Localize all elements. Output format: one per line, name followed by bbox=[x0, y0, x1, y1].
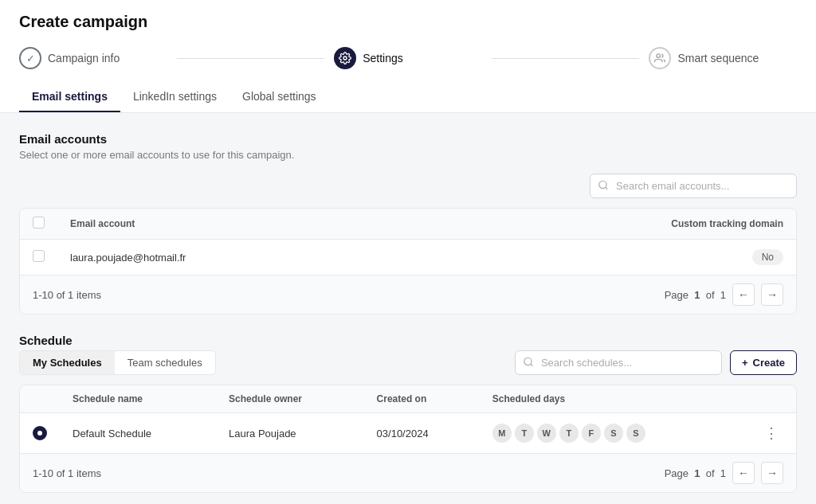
row-checkbox[interactable] bbox=[33, 250, 45, 262]
step-settings-label: Settings bbox=[363, 52, 403, 64]
schedule-owner-cell: Laura Poujade bbox=[216, 413, 364, 454]
day-badge-f: F bbox=[582, 424, 601, 443]
email-accounts-table: Email account Custom tracking domain lau… bbox=[20, 209, 796, 275]
email-accounts-pagination: 1-10 of 1 items Page 1 of 1 ← → bbox=[20, 275, 796, 314]
step-campaign-info-label: Campaign info bbox=[48, 52, 120, 64]
schedule-created-cell: 03/10/2024 bbox=[364, 413, 480, 454]
email-pagination-info: 1-10 of 1 items bbox=[33, 289, 101, 301]
email-accounts-title: Email accounts bbox=[19, 132, 797, 146]
email-pagination-nav: Page 1 of 1 ← → bbox=[665, 283, 783, 306]
schedule-search-icon bbox=[523, 356, 534, 369]
create-schedule-button[interactable]: + Create bbox=[730, 350, 797, 375]
day-badge-s2: S bbox=[626, 424, 645, 443]
select-all-checkbox[interactable] bbox=[33, 217, 45, 229]
schedule-actions: + Create bbox=[515, 350, 797, 375]
step-smart-sequence-icon bbox=[649, 47, 671, 69]
step-settings-icon bbox=[334, 47, 356, 69]
svg-line-3 bbox=[606, 187, 608, 189]
th-schedule-name: Schedule name bbox=[60, 385, 216, 413]
settings-tabs: Email settings LinkedIn settings Global … bbox=[19, 82, 797, 112]
th-created-on: Created on bbox=[364, 385, 480, 413]
svg-line-5 bbox=[531, 364, 533, 366]
steps-nav: ✓ Campaign info Settings bbox=[19, 47, 797, 69]
step-settings: Settings bbox=[334, 47, 482, 69]
tab-global-settings[interactable]: Global settings bbox=[230, 82, 329, 112]
schedule-header: My Schedules Team schedules + Create bbox=[19, 350, 797, 375]
th-custom-tracking: Custom tracking domain bbox=[432, 209, 796, 240]
schedule-table-wrap: Schedule name Schedule owner Created on … bbox=[19, 385, 797, 493]
th-scheduled-days: Scheduled days bbox=[480, 385, 747, 413]
email-search-icon bbox=[598, 179, 609, 193]
tab-linkedin-settings[interactable]: LinkedIn settings bbox=[120, 82, 230, 112]
schedule-pagination-info: 1-10 of 1 items bbox=[33, 467, 101, 479]
table-row: Default Schedule Laura Poujade 03/10/202… bbox=[20, 413, 796, 454]
day-badge-w: W bbox=[537, 424, 556, 443]
step-campaign-info: ✓ Campaign info bbox=[19, 47, 167, 69]
email-cell: laura.poujade@hotmail.fr bbox=[57, 240, 432, 275]
tab-my-schedules[interactable]: My Schedules bbox=[20, 351, 115, 374]
svg-point-2 bbox=[599, 181, 606, 188]
schedule-tab-group: My Schedules Team schedules bbox=[19, 350, 216, 375]
day-badge-s1: S bbox=[604, 424, 623, 443]
step-smart-sequence-label: Smart sequence bbox=[677, 52, 759, 64]
schedule-days: M T W T F S S bbox=[492, 424, 734, 443]
schedule-prev-page-btn[interactable]: ← bbox=[732, 462, 755, 484]
tab-team-schedules[interactable]: Team schedules bbox=[115, 351, 215, 374]
svg-point-4 bbox=[524, 357, 532, 365]
schedule-search-wrap bbox=[515, 350, 722, 375]
schedule-table: Schedule name Schedule owner Created on … bbox=[20, 385, 796, 453]
email-accounts-search-wrap bbox=[590, 174, 797, 198]
svg-point-0 bbox=[343, 57, 347, 60]
email-accounts-desc: Select one or more email accounts to use… bbox=[19, 149, 797, 161]
email-accounts-search-input[interactable] bbox=[590, 174, 797, 198]
day-badge-t2: T bbox=[559, 424, 579, 443]
step-campaign-info-icon: ✓ bbox=[19, 47, 41, 69]
step-divider-1 bbox=[177, 58, 325, 59]
schedule-title: Schedule bbox=[19, 334, 797, 347]
th-schedule-owner: Schedule owner bbox=[216, 385, 364, 413]
day-badge-m: M bbox=[492, 424, 512, 443]
schedule-section: Schedule My Schedules Team schedules + bbox=[19, 334, 797, 493]
table-row: laura.poujade@hotmail.fr No bbox=[20, 240, 796, 275]
th-email-account: Email account bbox=[57, 209, 432, 240]
step-divider-2 bbox=[492, 58, 640, 59]
schedule-name-cell: Default Schedule bbox=[60, 413, 216, 454]
schedule-page-label: Page 1 of 1 bbox=[665, 467, 726, 479]
schedule-pagination-nav: Page 1 of 1 ← → bbox=[665, 462, 783, 484]
main-content: Email accounts Select one or more email … bbox=[0, 113, 816, 504]
day-badge-t1: T bbox=[515, 424, 534, 443]
schedule-next-page-btn[interactable]: → bbox=[761, 462, 783, 484]
svg-point-1 bbox=[657, 54, 661, 58]
email-page-label: Page 1 of 1 bbox=[665, 289, 726, 301]
schedule-pagination: 1-10 of 1 items Page 1 of 1 ← → bbox=[20, 453, 796, 492]
tab-email-settings[interactable]: Email settings bbox=[19, 82, 120, 112]
email-next-page-btn[interactable]: → bbox=[761, 283, 783, 306]
step-smart-sequence: Smart sequence bbox=[649, 47, 797, 69]
email-accounts-search-bar bbox=[19, 174, 797, 198]
tracking-badge: No bbox=[752, 249, 783, 265]
email-accounts-section: Email accounts Select one or more email … bbox=[19, 132, 797, 315]
email-prev-page-btn[interactable]: ← bbox=[732, 283, 755, 306]
schedule-search-input[interactable] bbox=[515, 350, 722, 375]
email-accounts-table-wrap: Email account Custom tracking domain lau… bbox=[19, 208, 797, 315]
page-title: Create campaign bbox=[19, 13, 797, 31]
schedule-radio[interactable] bbox=[33, 426, 47, 440]
create-btn-label: Create bbox=[753, 357, 785, 369]
schedule-more-menu[interactable]: ⋮ bbox=[759, 423, 783, 443]
plus-icon: + bbox=[742, 357, 748, 369]
